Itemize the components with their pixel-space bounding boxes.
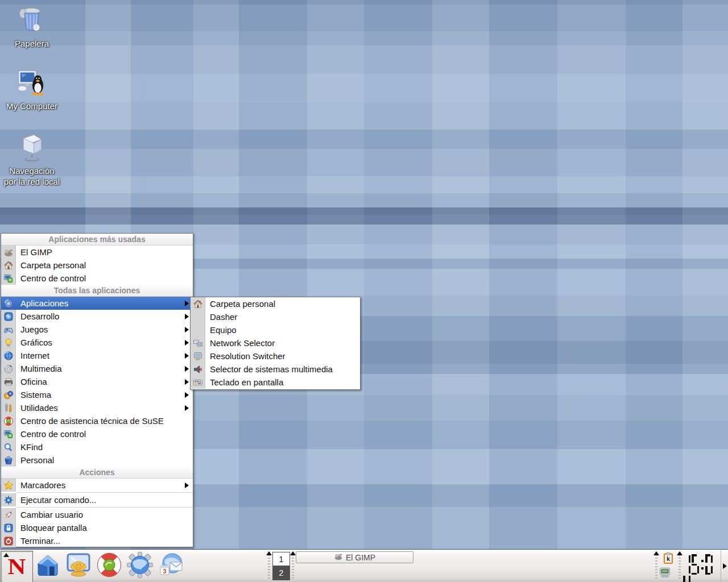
applications-icon xyxy=(3,298,14,309)
kmenu-item-carpeta-personal[interactable]: Carpeta personal xyxy=(1,259,193,272)
lcd-clock[interactable] xyxy=(683,554,719,578)
submenu-item-teclado-en-pantalla[interactable]: Teclado en pantalla xyxy=(191,376,360,389)
submenu-arrow-icon xyxy=(185,327,189,332)
kmenu-item-desarrollo[interactable]: Desarrollo xyxy=(1,310,193,323)
home-icon xyxy=(193,299,203,309)
menu-item-label: Dasher xyxy=(205,312,237,322)
kmenu-item-cambiar-usuario[interactable]: Cambiar usuario xyxy=(1,508,193,521)
menu-item-label: Resolution Switcher xyxy=(205,351,286,361)
kmenu-submenu-aplicaciones: Carpeta personalDasherEquipoNetwork Sele… xyxy=(190,297,361,390)
menu-icon-cell xyxy=(1,349,16,362)
kmenu-item-oficina[interactable]: Oficina xyxy=(1,375,193,388)
quicklaunch-web-browser[interactable] xyxy=(125,551,155,581)
submenu-item-resolution-switcher[interactable]: Resolution Switcher xyxy=(191,350,360,363)
kmenu-button[interactable]: N xyxy=(1,551,33,582)
submenu-item-equipo[interactable]: Equipo xyxy=(191,323,360,336)
menu-icon-cell xyxy=(1,336,16,349)
menu-item-label: Carpeta personal xyxy=(16,260,86,270)
desktop-icon-trash[interactable]: Papelera xyxy=(2,5,61,49)
submenu-arrow-icon xyxy=(185,379,189,385)
kmenu-item-el-gimp[interactable]: El GIMP xyxy=(1,246,193,259)
quicklaunch-konqueror[interactable] xyxy=(64,551,93,581)
system-icon xyxy=(3,390,14,400)
kmenu-popup: Aplicaciones más usadasEl GIMPCarpeta pe… xyxy=(1,233,193,547)
kontact-mail-icon: 3 xyxy=(157,551,184,581)
kmenu-item-centro-de-control[interactable]: Centro de control xyxy=(1,272,193,285)
svg-text:3: 3 xyxy=(163,568,166,575)
clock-handle[interactable] xyxy=(678,551,682,580)
games-icon xyxy=(3,325,14,335)
submenu-arrow-icon xyxy=(185,405,189,411)
menu-item-label: Equipo xyxy=(205,325,237,335)
desktop-icon-network[interactable]: Navegación por la red local xyxy=(2,132,61,188)
pager-desktop-1[interactable]: 1 xyxy=(272,552,290,566)
utilities-icon xyxy=(3,403,14,413)
menu-item-label: Oficina xyxy=(16,377,47,386)
submenu-item-selector-de-sistemas-multimedia[interactable]: Selector de sistemas multimedia xyxy=(191,363,360,376)
taskbar-button-gimp[interactable]: El GIMP xyxy=(296,551,413,563)
kmenu-section-header: Todas las aplicaciones xyxy=(1,285,193,297)
svg-text:k: k xyxy=(667,555,671,562)
menu-icon-cell xyxy=(191,376,205,389)
kmenu-item-centro-de-control[interactable]: Centro de control xyxy=(1,427,193,440)
menu-icon-cell xyxy=(1,362,16,375)
kmenu-item-bloquear-pantalla[interactable]: Bloquear pantalla xyxy=(1,521,193,534)
kmenu-item-gr-ficos[interactable]: Gráficos xyxy=(1,336,193,349)
klipper-icon: k xyxy=(662,556,675,566)
menu-item-label: Centro de control xyxy=(16,273,86,283)
panel-hide-button[interactable] xyxy=(721,550,728,581)
quicklaunch-home-folder[interactable] xyxy=(33,551,63,581)
submenu-item-dasher[interactable]: Dasher xyxy=(191,310,360,323)
desktop-icon-my-computer[interactable]: My Computer xyxy=(2,67,61,112)
kmenu-item-marcadores[interactable]: Marcadores xyxy=(1,479,193,492)
submenu-arrow-icon xyxy=(185,366,189,372)
menu-icon-cell xyxy=(1,454,16,467)
pager-desktop-2[interactable]: 2 xyxy=(272,566,290,580)
switch-user-icon xyxy=(3,510,14,520)
kmenu-item-utilidades[interactable]: Utilidades xyxy=(1,401,193,414)
keyboard-icon xyxy=(193,377,203,388)
tray-handle[interactable] xyxy=(655,551,659,580)
kmenu-section-header: Aplicaciones más usadas xyxy=(1,234,193,246)
taskbar-button-label: El GIMP xyxy=(346,553,375,562)
kmenu-item-personal[interactable]: Personal xyxy=(1,454,193,467)
menu-icon-cell xyxy=(1,401,16,414)
suse-help-icon xyxy=(3,416,14,426)
tray-display-settings[interactable] xyxy=(659,566,672,580)
quicklaunch-kontact-mail[interactable]: 3 xyxy=(156,551,185,581)
submenu-item-carpeta-personal[interactable]: Carpeta personal xyxy=(191,297,360,310)
kmenu-item-internet[interactable]: Internet xyxy=(1,349,193,362)
pager-handle[interactable] xyxy=(267,551,271,580)
kmenu-item-sistema[interactable]: Sistema xyxy=(1,388,193,401)
menu-icon-cell xyxy=(1,427,16,440)
kmenu-item-aplicaciones[interactable]: Aplicaciones xyxy=(1,297,193,310)
menu-item-label: Desarrollo xyxy=(16,311,59,321)
kmenu-item-ejecutar-comando[interactable]: Ejecutar comando... xyxy=(1,493,193,506)
konqueror-icon xyxy=(65,551,92,581)
kmenu-item-centro-de-asistencia-t-cnica-de-suse[interactable]: Centro de asistencia técnica de SuSE xyxy=(1,414,193,427)
gimp-icon xyxy=(3,247,14,257)
menu-item-label: Teclado en pantalla xyxy=(205,377,283,387)
quicklaunch-suse-help-center[interactable] xyxy=(94,551,124,581)
office-icon xyxy=(3,377,14,387)
menu-icon-cell xyxy=(191,336,205,350)
kmenu-item-kfind[interactable]: KFind xyxy=(1,440,193,454)
tray-klipper[interactable]: k xyxy=(662,552,676,566)
kicker-panel: N 3 12 El GIMP k xyxy=(0,549,728,582)
menu-item-label: Ejecutar comando... xyxy=(16,495,96,505)
kmenu-item-terminar[interactable]: Terminar... xyxy=(1,534,193,547)
menu-icon-cell xyxy=(1,414,16,427)
kmenu-item-juegos[interactable]: Juegos xyxy=(1,323,193,336)
taskbar-handle[interactable] xyxy=(291,551,295,580)
network-icon xyxy=(16,156,48,165)
submenu-item-network-selector[interactable]: Network Selector xyxy=(191,336,360,350)
kmenu-item-multimedia[interactable]: Multimedia xyxy=(1,362,193,375)
menu-item-label: Juegos xyxy=(16,325,48,334)
menu-icon-cell xyxy=(191,323,205,336)
control-center-icon xyxy=(3,429,14,439)
submenu-arrow-icon xyxy=(185,353,189,359)
menu-icon-cell xyxy=(1,375,16,388)
menu-icon-cell xyxy=(1,440,16,454)
menu-item-label: Sistema xyxy=(16,390,51,400)
desktop-icon-label: Papelera xyxy=(2,39,61,49)
